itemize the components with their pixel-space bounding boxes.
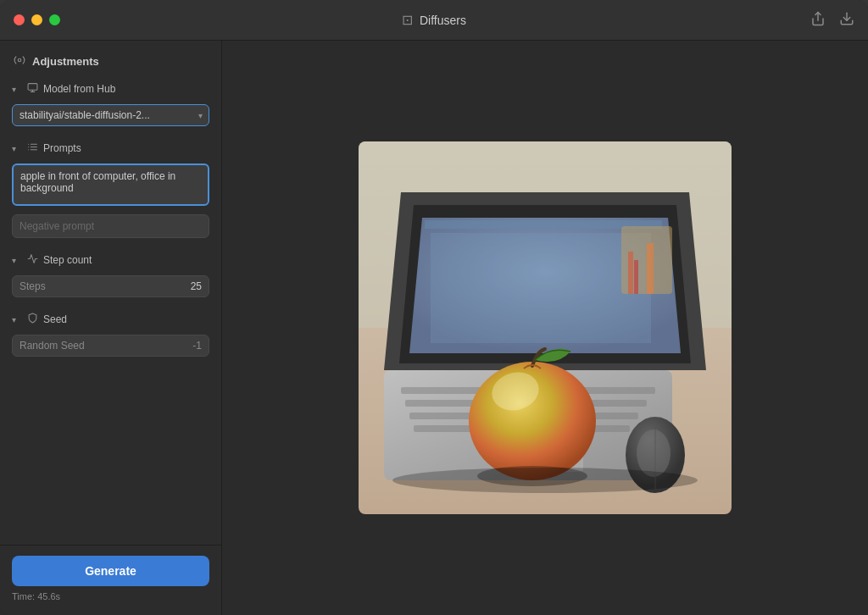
model-section: ▾ Model from Hub stabilityai/sta [0, 77, 221, 133]
sidebar-title: Adjustments [32, 55, 99, 68]
seed-section-title: Seed [43, 313, 67, 325]
prompts-section-content: apple in front of computer, office in ba… [0, 160, 221, 245]
generated-image [359, 141, 732, 514]
title-bar: ⊡ Diffusers [0, 0, 868, 41]
minimize-button[interactable] [31, 14, 42, 25]
prompts-section: ▾ Prompts [0, 136, 221, 245]
seed-value: -1 [192, 340, 202, 352]
model-chevron-icon: ▾ [12, 85, 22, 94]
seed-section-header[interactable]: ▾ Seed [0, 308, 221, 331]
maximize-button[interactable] [49, 14, 60, 25]
adjustments-icon [14, 54, 25, 69]
sidebar-body: ▾ Model from Hub stabilityai/sta [0, 77, 221, 545]
svg-rect-3 [28, 84, 37, 91]
app-window: ⊡ Diffusers [0, 0, 868, 615]
seed-chevron-icon: ▾ [12, 315, 22, 324]
model-section-header[interactable]: ▾ Model from Hub [0, 77, 221, 101]
svg-rect-35 [634, 260, 638, 294]
time-display: Time: 45.6s [12, 591, 209, 601]
prompts-icon [27, 141, 38, 155]
svg-rect-24 [431, 233, 651, 343]
share-button[interactable] [810, 11, 826, 29]
step-count-chevron-icon: ▾ [12, 256, 22, 265]
download-button[interactable] [839, 11, 854, 29]
steps-label: Steps [19, 280, 46, 292]
svg-point-31 [477, 466, 587, 486]
traffic-lights [14, 14, 60, 25]
step-count-section-title: Step count [43, 254, 92, 266]
prompts-section-title: Prompts [43, 142, 81, 154]
sidebar: Adjustments ▾ Model from [0, 41, 222, 615]
seed-section-content: Random Seed -1 [0, 331, 221, 363]
step-count-icon [27, 253, 38, 267]
negative-prompt-input[interactable] [12, 214, 209, 238]
generate-button[interactable]: Generate [12, 556, 209, 586]
svg-rect-34 [628, 252, 633, 294]
svg-point-28 [637, 429, 670, 477]
model-icon [27, 82, 38, 96]
title-area: ⊡ Diffusers [402, 12, 466, 28]
image-area [222, 41, 868, 615]
sidebar-header: Adjustments [0, 41, 221, 77]
model-select[interactable]: stabilityai/stable-diffusion-2... [12, 104, 209, 126]
title-actions [810, 11, 854, 29]
steps-value: 25 [191, 280, 202, 292]
close-button[interactable] [14, 14, 25, 25]
step-count-section-content: Steps 25 [0, 272, 221, 304]
window-title: Diffusers [420, 14, 466, 27]
seed-icon [27, 313, 38, 326]
model-select-wrapper: stabilityai/stable-diffusion-2... ▾ [12, 104, 209, 126]
seed-section: ▾ Seed Random Seed -1 [0, 308, 221, 363]
model-section-title: Model from Hub [43, 83, 115, 95]
seed-row: Random Seed -1 [12, 335, 209, 357]
model-section-content: stabilityai/stable-diffusion-2... ▾ [0, 101, 221, 133]
svg-rect-33 [647, 243, 654, 294]
sidebar-footer: Generate Time: 45.6s [0, 545, 221, 615]
step-count-section-header[interactable]: ▾ Step count [0, 248, 221, 272]
svg-point-2 [18, 58, 21, 62]
steps-row: Steps 25 [12, 275, 209, 297]
seed-label: Random Seed [19, 340, 85, 352]
positive-prompt-input[interactable]: apple in front of computer, office in ba… [12, 163, 209, 206]
sidebar-icon: ⊡ [402, 12, 413, 28]
generated-image-svg [359, 141, 732, 514]
prompts-chevron-icon: ▾ [12, 144, 22, 153]
step-count-section: ▾ Step count Steps 25 [0, 248, 221, 304]
prompts-section-header[interactable]: ▾ Prompts [0, 136, 221, 160]
main-content: Adjustments ▾ Model from [0, 41, 868, 615]
